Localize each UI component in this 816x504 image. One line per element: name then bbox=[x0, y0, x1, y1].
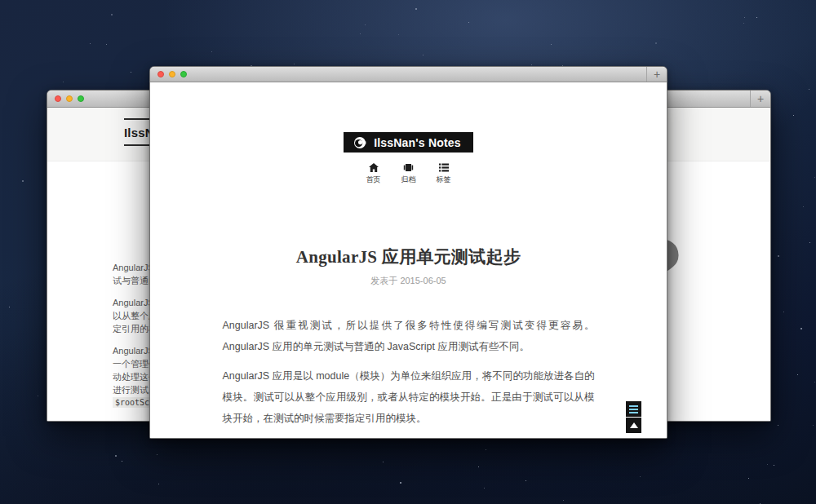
post-body: AngularJS 很重视测试，所以提供了很多特性使得编写测试变得更容易。Ang… bbox=[223, 315, 595, 438]
back-to-top-button[interactable] bbox=[626, 418, 641, 433]
tags-icon bbox=[439, 163, 449, 172]
archive-icon bbox=[403, 163, 414, 172]
front-window-titlebar[interactable]: + bbox=[150, 67, 667, 82]
article-paragraph: AngularJS 应用是以 module（模块）为单位来组织应用，将不同的功能… bbox=[223, 365, 595, 429]
main-nav: 首页 归档 bbox=[150, 163, 667, 185]
toc-list-icon bbox=[629, 405, 638, 413]
post-title: AngularJS 应用单元测试起步 bbox=[150, 245, 667, 268]
zoom-button[interactable] bbox=[78, 95, 84, 102]
front-browser-window[interactable]: + IlssNan's Notes 首页 bbox=[149, 66, 667, 439]
nav-item-archive[interactable]: 归档 bbox=[398, 163, 419, 185]
front-window-content: IlssNan's Notes 首页 归档 bbox=[150, 82, 667, 438]
home-icon bbox=[369, 163, 379, 172]
desktop-background: + IlssNan's Notes AngularJS 很重视测试试与普通的 J… bbox=[0, 0, 816, 504]
back-window-traffic-lights bbox=[55, 95, 84, 102]
nav-label: 首页 bbox=[366, 175, 381, 185]
nav-label: 标签 bbox=[437, 175, 451, 185]
article-paragraph: AngularJS 应用在启动的时候，会寻找 ng-app 指定的模块，而后创建… bbox=[223, 437, 595, 438]
site-badge[interactable]: IlssNan's Notes bbox=[344, 132, 473, 153]
nav-item-tags[interactable]: 标签 bbox=[433, 163, 455, 185]
close-button[interactable] bbox=[157, 71, 164, 77]
close-button[interactable] bbox=[55, 95, 61, 102]
nav-label: 归档 bbox=[401, 175, 416, 185]
site-title: IlssNan's Notes bbox=[374, 136, 461, 149]
new-tab-button[interactable]: + bbox=[646, 67, 667, 82]
minimize-button[interactable] bbox=[169, 71, 175, 77]
zoom-button[interactable] bbox=[180, 71, 187, 77]
minimize-button[interactable] bbox=[66, 95, 73, 102]
nav-item-home[interactable]: 首页 bbox=[363, 163, 384, 185]
floating-buttons bbox=[626, 401, 641, 433]
toc-button[interactable] bbox=[626, 401, 641, 417]
site-logo-icon bbox=[353, 136, 366, 149]
article-paragraph: AngularJS 很重视测试，所以提供了很多特性使得编写测试变得更容易。Ang… bbox=[223, 315, 595, 357]
arrow-up-icon bbox=[630, 422, 638, 428]
front-window-traffic-lights bbox=[157, 71, 187, 77]
post-date: 发表于 2015-06-05 bbox=[150, 275, 667, 287]
new-tab-button[interactable]: + bbox=[750, 91, 770, 107]
